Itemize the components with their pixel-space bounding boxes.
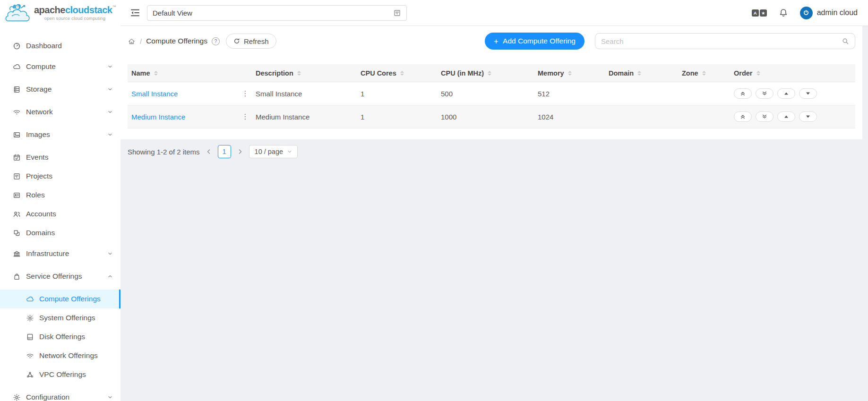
content-card: / Compute Offerings ? Refresh + Add Comp… <box>120 26 862 139</box>
action-row: / Compute Offerings ? Refresh + Add Comp… <box>120 26 862 56</box>
sidebar-item-dashboard[interactable]: Dashboard <box>0 36 120 55</box>
page-size-value: 10 / page <box>255 148 283 155</box>
translate-letter-a: A <box>752 9 759 17</box>
column-label: Memory <box>538 69 564 77</box>
view-selector-value: Default View <box>153 9 192 17</box>
sidebar-item-service-offerings[interactable]: Service Offerings <box>0 267 120 286</box>
sidebar-item-projects[interactable]: Projects <box>0 167 120 186</box>
sidebar-subitem-system-offerings[interactable]: System Offerings <box>0 308 120 327</box>
prev-page-icon[interactable] <box>206 149 212 154</box>
sort-carets-icon <box>568 71 572 76</box>
move-down-button[interactable] <box>799 111 817 122</box>
sidebar-subitem-label: Compute Offerings <box>39 295 101 303</box>
menu-fold-icon[interactable] <box>130 8 140 18</box>
column-header-domain[interactable]: Domain <box>605 69 678 77</box>
double-chevron-up-icon <box>740 91 746 96</box>
database-icon <box>13 85 21 94</box>
move-up-button[interactable] <box>777 111 795 122</box>
column-header-zone[interactable]: Zone <box>678 69 730 77</box>
home-icon[interactable] <box>128 37 136 45</box>
chevron-down-icon <box>108 251 112 256</box>
row-actions-kebab-icon[interactable]: ⋮ <box>239 112 252 121</box>
sidebar-item-images[interactable]: Images <box>0 125 120 144</box>
offering-name-link[interactable]: Small Instance <box>128 90 239 98</box>
team-icon <box>13 210 21 218</box>
sidebar-subitem-disk-offerings[interactable]: Disk Offerings <box>0 327 120 346</box>
sidebar-subitem-label: Disk Offerings <box>39 333 85 341</box>
move-to-bottom-button[interactable] <box>756 111 773 122</box>
compute-offerings-table: Name Description CPU Cores CPU (in <box>128 64 855 128</box>
sidebar-item-domains[interactable]: Domains <box>0 223 120 242</box>
plus-icon: + <box>494 37 498 45</box>
project-icon <box>393 9 401 17</box>
sidebar-subitem-network-offerings[interactable]: Network Offerings <box>0 346 120 365</box>
move-to-top-button[interactable] <box>734 111 752 122</box>
help-icon[interactable]: ? <box>212 37 220 45</box>
triangle-up-icon <box>783 114 789 119</box>
sidebar-item-label: Dashboard <box>26 42 62 50</box>
sidebar-item-accounts[interactable]: Accounts <box>0 205 120 223</box>
offering-description: Small Instance <box>252 90 357 98</box>
column-header-name[interactable]: Name <box>128 69 252 77</box>
move-to-top-button[interactable] <box>734 88 752 99</box>
offering-name-link[interactable]: Medium Instance <box>128 113 239 121</box>
sort-carets-icon <box>702 71 706 76</box>
sidebar-item-label: Storage <box>26 85 52 94</box>
column-header-order[interactable]: Order <box>730 69 855 77</box>
sidebar-item-compute[interactable]: Compute <box>0 57 120 76</box>
move-to-bottom-button[interactable] <box>756 88 773 99</box>
add-button-label: Add Compute Offering <box>503 37 576 45</box>
idcard-icon <box>13 191 21 199</box>
column-label: CPU (in MHz) <box>441 69 484 77</box>
cloud-icon <box>13 63 21 71</box>
refresh-button[interactable]: Refresh <box>226 34 276 49</box>
notification-bell-icon[interactable] <box>779 8 788 17</box>
cloudstack-logo[interactable]: apachecloudstack™ open source cloud comp… <box>0 0 120 26</box>
cpu-cores-value: 1 <box>357 113 437 121</box>
column-header-cpu-cores[interactable]: CPU Cores <box>357 69 437 77</box>
next-page-icon[interactable] <box>237 149 243 154</box>
sidebar-item-label: Compute <box>26 62 56 71</box>
memory-value: 1024 <box>534 113 605 121</box>
pagination-summary: Showing 1-2 of 2 items <box>128 148 200 156</box>
logo-trademark: ™ <box>112 5 116 9</box>
translate-icon[interactable]: A ★ <box>752 9 767 17</box>
double-chevron-up-icon <box>740 114 746 119</box>
action-right: + Add Compute Offering <box>485 33 855 50</box>
sidebar-subitem-vpc-offerings[interactable]: VPC Offerings <box>0 365 120 384</box>
shopping-bag-icon <box>13 273 21 281</box>
logo-wordmark: apachecloudstack™ open source cloud comp… <box>34 5 116 21</box>
row-actions-kebab-icon[interactable]: ⋮ <box>239 89 252 98</box>
cpu-mhz-value: 500 <box>437 90 534 98</box>
sidebar-item-infrastructure[interactable]: Infrastructure <box>0 244 120 263</box>
search-icon[interactable] <box>842 37 849 45</box>
sidebar-item-configuration[interactable]: Configuration <box>0 388 120 401</box>
column-header-memory[interactable]: Memory <box>534 69 605 77</box>
search-input[interactable] <box>601 37 842 45</box>
column-label: CPU Cores <box>361 69 396 77</box>
sidebar-item-roles[interactable]: Roles <box>0 186 120 205</box>
sidebar-item-label: Roles <box>26 191 45 199</box>
sort-carets-icon <box>400 71 404 76</box>
sidebar-item-events[interactable]: Events <box>0 148 120 167</box>
sort-carets-icon <box>637 71 641 76</box>
move-down-button[interactable] <box>799 88 817 99</box>
deployment-unit-icon <box>26 371 34 379</box>
cloudstack-monkey-logo-icon <box>4 2 33 25</box>
sidebar-item-storage[interactable]: Storage <box>0 80 120 99</box>
page-size-select[interactable]: 10 / page <box>249 145 298 158</box>
column-header-cpu-mhz[interactable]: CPU (in MHz) <box>437 69 534 77</box>
move-up-button[interactable] <box>777 88 795 99</box>
view-selector[interactable]: Default View <box>147 5 407 21</box>
table-header-row: Name Description CPU Cores CPU (in <box>128 64 855 82</box>
breadcrumb: / Compute Offerings ? <box>128 37 220 45</box>
sidebar-subitem-compute-offerings[interactable]: Compute Offerings <box>0 290 120 308</box>
sidebar-item-network[interactable]: Network <box>0 102 120 121</box>
sidebar-item-label: Events <box>26 153 48 162</box>
page-number-button[interactable]: 1 <box>218 145 231 158</box>
gear-icon <box>26 314 34 322</box>
sidebar-item-label: Network <box>26 108 53 116</box>
user-menu[interactable]: admin cloud <box>800 7 858 19</box>
column-header-description[interactable]: Description <box>252 69 357 77</box>
add-compute-offering-button[interactable]: + Add Compute Offering <box>485 33 584 50</box>
